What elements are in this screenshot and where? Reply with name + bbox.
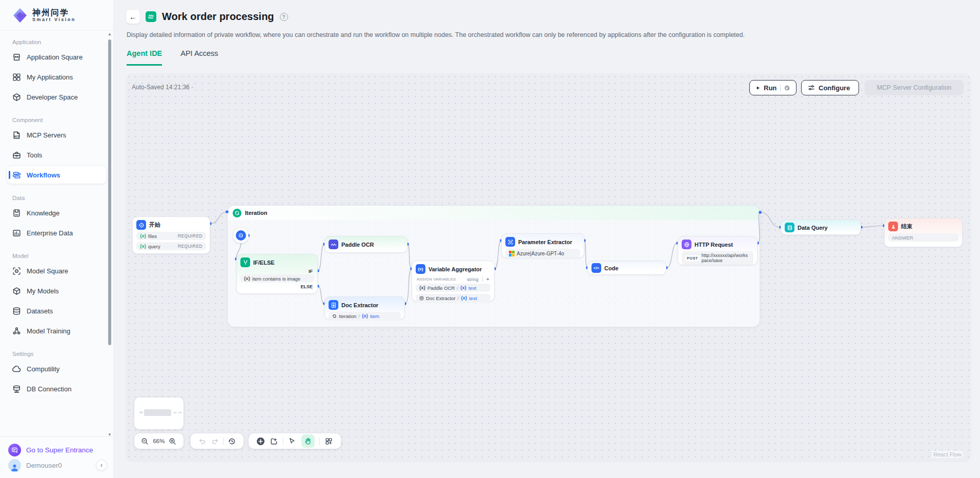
sidebar-item-tools[interactable]: Tools: [7, 146, 106, 164]
brand-diamond-icon: [12, 8, 28, 23]
node-code[interactable]: </> Code: [587, 261, 666, 275]
sidebar-item-computility[interactable]: Computility: [7, 360, 106, 377]
sidebar-item-knowledge[interactable]: Knowledge: [7, 204, 106, 222]
zoom-out-icon[interactable]: [140, 437, 149, 446]
node-parameter-extractor[interactable]: Parameter Extractor Azure|Azure-GPT-4o: [501, 233, 584, 258]
sidebar-item-my-applications[interactable]: My Applications: [7, 68, 106, 86]
iteration-title: Iteration: [245, 210, 267, 216]
add-note-button[interactable]: [270, 437, 278, 446]
model-row: Azure|Azure-GPT-4o: [505, 249, 580, 258]
zoom-in-icon[interactable]: [168, 437, 177, 446]
tab-api-access[interactable]: API Access: [180, 49, 218, 66]
variable-icon: {x}: [416, 264, 425, 274]
node-start[interactable]: 开始 {x}files REQUIRED {x}query REQUIRED: [132, 216, 210, 254]
grid-icon: [12, 73, 21, 82]
super-entrance-label: Go to Super Entrance: [26, 446, 93, 454]
history-panel: [191, 433, 243, 449]
end-icon: [888, 222, 898, 231]
sidebar-item-label: My Models: [27, 287, 59, 295]
node-http-request[interactable]: HTTP Request POST http://xxxxxx/api/work…: [678, 236, 758, 265]
tabs: Agent IDE API Access: [127, 49, 218, 66]
auto-layout-button[interactable]: [324, 437, 333, 446]
super-entrance-icon: [8, 444, 21, 456]
add-variable-button[interactable]: +: [482, 276, 489, 282]
run-button[interactable]: Run: [749, 80, 797, 95]
super-entrance-link[interactable]: Go to Super Entrance: [8, 442, 107, 457]
add-node-button[interactable]: [256, 437, 265, 446]
sidebar-item-datasets[interactable]: Datasets: [7, 302, 106, 320]
scroll-up-icon[interactable]: ▲: [108, 32, 112, 36]
sliders-icon: [808, 84, 815, 91]
sidebar-item-label: My Applications: [27, 73, 73, 81]
main-area: ← Work order processing ? Display detail…: [114, 0, 980, 478]
workflow-canvas[interactable]: Auto-Saved 14:21:36 · Run Configure MCP …: [126, 73, 971, 462]
iteration-start-node[interactable]: [233, 228, 249, 243]
sidebar-item-enterprise-data[interactable]: Enterprise Data: [7, 224, 106, 242]
data-query-title: Data Query: [798, 225, 828, 231]
sidebar-item-mcp-servers[interactable]: MCPMCP Servers: [7, 126, 106, 144]
section-label: Model: [12, 253, 106, 259]
node-if-else[interactable]: IF/ELSE IF {x}item contains is image ELS…: [236, 254, 318, 294]
doc-extractor-input-row: Iteration / {x} item: [329, 312, 401, 320]
sidebar-item-my-models[interactable]: My Models: [7, 282, 106, 300]
zoom-level: 66%: [153, 438, 165, 444]
back-button[interactable]: ←: [126, 10, 140, 24]
globe-icon: [682, 240, 691, 249]
run-history-icon[interactable]: [784, 84, 790, 92]
mcp-server-configuration-button: MCP Server Configuration: [865, 80, 964, 95]
username: Demouser0: [26, 462, 91, 469]
sidebar-item-label: DB Connection: [27, 385, 71, 393]
brand-tagline: Smart Vision: [32, 17, 76, 22]
react-flow-attribution[interactable]: React Flow: [932, 451, 963, 458]
redo-icon[interactable]: [211, 437, 219, 446]
start-var-row: {x}query REQUIRED: [136, 242, 206, 250]
help-icon[interactable]: ?: [280, 13, 288, 21]
tab-agent-ide[interactable]: Agent IDE: [127, 49, 162, 66]
node-end[interactable]: 结束 ANSWER: [884, 218, 963, 247]
history-icon[interactable]: [228, 437, 236, 446]
user-row[interactable]: Demouser0 ‹: [8, 457, 107, 473]
http-request-title: HTTP Request: [695, 242, 733, 248]
bar-chart-icon: [12, 229, 21, 237]
doc-extractor-title: Doc Extractor: [341, 302, 378, 308]
play-icon: [756, 85, 760, 91]
end-title: 结束: [901, 223, 912, 230]
sidebar-item-label: Enterprise Data: [27, 229, 73, 237]
scroll-down-icon[interactable]: ▼: [108, 432, 112, 437]
scrollbar-thumb[interactable]: [108, 39, 111, 345]
sidebar-item-model-training[interactable]: Model Training: [7, 322, 106, 340]
sidebar-item-label: Datasets: [27, 307, 53, 315]
sidebar: 神州问学 Smart Vision ApplicationApplication…: [0, 0, 114, 478]
sidebar-item-model-square[interactable]: Model Square: [7, 262, 106, 280]
hand-mode-button[interactable]: [301, 434, 315, 448]
sidebar-footer: Go to Super Entrance Demouser0 ‹: [0, 436, 113, 478]
network-icon: [12, 327, 21, 335]
sidebar-item-label: Computility: [27, 365, 59, 373]
section-label: Data: [12, 195, 106, 201]
sidebar-item-label: Workflows: [27, 171, 60, 179]
undo-icon[interactable]: [198, 437, 207, 446]
minimap[interactable]: [134, 397, 183, 429]
sidebar-item-workflows[interactable]: Workflows: [7, 166, 106, 184]
db-server-icon: [12, 385, 21, 393]
node-data-query[interactable]: Data Query: [781, 220, 861, 235]
pointer-mode-button[interactable]: [288, 437, 297, 446]
configure-button[interactable]: Configure: [801, 80, 859, 95]
end-answer-row: ANSWER: [888, 233, 958, 242]
sidebar-item-application-square[interactable]: Application Square: [7, 48, 106, 66]
book-icon: [12, 209, 21, 217]
sidebar-scrollbar[interactable]: ▲ ▼: [107, 32, 112, 437]
variable-aggregator-title: Variable Aggregator: [428, 266, 482, 272]
ocr-wave-icon: [329, 240, 338, 249]
node-paddle-ocr[interactable]: Paddle OCR: [324, 236, 407, 253]
node-doc-extractor[interactable]: Doc Extractor Iteration / {x} item: [324, 296, 405, 320]
node-variable-aggregator[interactable]: {x} Variable Aggregator ASSIGN VARIABLES…: [412, 261, 495, 302]
sidebar-item-db-connection[interactable]: DB Connection: [7, 380, 106, 397]
sidebar-item-developer-space[interactable]: Developer Space: [7, 88, 106, 106]
branch-else-label: ELSE: [240, 283, 314, 290]
http-url-row: POST http://xxxxxx/api/workspace/save: [682, 251, 753, 265]
database-icon: [12, 307, 21, 315]
start-icon: [136, 220, 146, 230]
collapse-sidebar-button[interactable]: ‹: [96, 460, 107, 471]
run-label: Run: [764, 84, 777, 92]
